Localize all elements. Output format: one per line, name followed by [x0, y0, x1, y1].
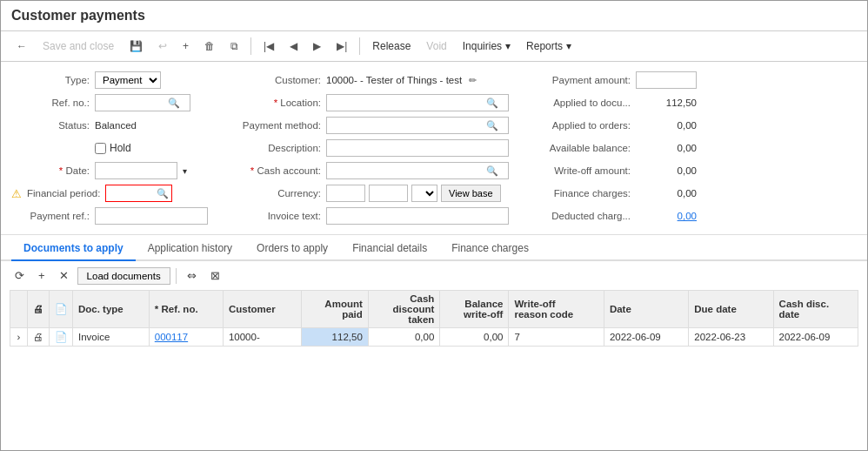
type-label: Type:	[11, 75, 90, 85]
hold-wrapper: Hold	[95, 142, 131, 154]
delete-icon: 🗑	[204, 40, 215, 52]
status-label: Status:	[11, 120, 90, 131]
payment-amount-input[interactable]: 112,50	[636, 71, 697, 89]
reports-button[interactable]: Reports ▾	[519, 37, 578, 56]
cash-account-label: * Cash account:	[225, 165, 321, 176]
date-row: * Date: 2022-05-26 ▾	[11, 161, 208, 180]
form-middle-col: Customer: 10000- - Tester of Things - te…	[225, 71, 509, 226]
tab-history[interactable]: Application history	[136, 237, 244, 261]
fin-period-search-button[interactable]: 🔍	[154, 188, 171, 199]
customer-label: Customer:	[225, 75, 321, 85]
date-input[interactable]: 2022-05-26	[95, 162, 177, 179]
form-left-col: Type: Payment Ref. no.: 400027 🔍 Status:…	[11, 71, 208, 226]
payment-method-search-button[interactable]: 🔍	[484, 120, 501, 131]
applied-orders-value: 0,00	[636, 120, 697, 131]
row-ref-no[interactable]: 000117	[149, 328, 223, 347]
inquiries-chevron-icon: ▾	[505, 40, 511, 52]
row-amount-paid: 112,50	[302, 328, 368, 347]
description-row: Description:	[225, 138, 509, 158]
grid-add-button[interactable]: +	[33, 266, 50, 285]
finance-charges-row: Finance charges: 0,00	[526, 184, 700, 203]
currency-rate-select[interactable]	[411, 185, 437, 202]
tab-finance-charges[interactable]: Finance charges	[439, 237, 541, 261]
applied-orders-label: Applied to orders:	[526, 120, 631, 131]
add-button[interactable]: +	[176, 37, 196, 56]
undo-button[interactable]: ↩	[151, 37, 174, 56]
grid-delete-button[interactable]: ✕	[54, 266, 74, 285]
refno-label: Ref. no.:	[11, 98, 90, 108]
available-balance-label: Available balance:	[526, 143, 631, 153]
form-right-col: Payment amount: 112,50 Applied to docu..…	[526, 71, 700, 226]
prev-button[interactable]: ◀	[283, 37, 304, 56]
type-row: Type: Payment	[11, 71, 208, 90]
next-button[interactable]: ▶	[306, 37, 328, 56]
reports-label: Reports	[526, 40, 563, 52]
undo-icon: ↩	[158, 40, 167, 52]
hold-label: Hold	[110, 142, 131, 154]
fin-period-row: ⚠ Financial period: 06-2022 🔍	[11, 184, 208, 203]
finance-charges-label: Finance charges:	[526, 188, 631, 199]
copy-button[interactable]: ⧉	[224, 37, 245, 56]
row-customer: 10000-	[223, 328, 301, 347]
payment-ref-label: Payment ref.:	[11, 211, 90, 221]
cash-account-search-button[interactable]: 🔍	[484, 165, 501, 177]
customer-edit-icon[interactable]: ✏	[469, 75, 477, 86]
refno-search-button[interactable]: 🔍	[165, 98, 183, 109]
currency-input[interactable]: NOK	[326, 185, 365, 202]
currency-wrapper: NOK 1,00 View base	[326, 185, 501, 202]
status-row: Status: Balanced	[11, 116, 208, 135]
payment-method-row: Payment method: 1 - Innlandsbetalinger 🔍	[225, 116, 509, 135]
tab-orders[interactable]: Orders to apply	[244, 237, 340, 261]
grid-refresh-button[interactable]: ⟳	[10, 266, 30, 285]
col-amount-paid: Amountpaid	[302, 291, 368, 328]
finance-charges-value: 0,00	[636, 188, 697, 199]
col-doc-type: Doc. type	[73, 291, 150, 328]
load-documents-button[interactable]: Load documents	[77, 267, 170, 285]
save-close-button[interactable]: Save and close	[36, 37, 121, 56]
row-due-date: 2022-06-23	[689, 328, 773, 347]
deducted-charg-value: 0,00	[636, 211, 697, 221]
tab-financial[interactable]: Financial details	[340, 237, 439, 261]
payment-method-input[interactable]: 1 - Innlandsbetalinger	[327, 118, 484, 132]
tabs-bar: Documents to apply Application history O…	[1, 237, 867, 261]
page-title: Customer payments	[1, 1, 867, 31]
invoice-text-input[interactable]: Credit & Invoice	[326, 207, 509, 225]
row-date: 2022-06-09	[604, 328, 688, 347]
payment-ref-input[interactable]: put Creditnote	[95, 207, 208, 225]
view-base-button[interactable]: View base	[441, 185, 501, 202]
save-close-label: Save and close	[43, 40, 114, 52]
refno-input[interactable]: 400027	[96, 96, 165, 110]
grid-filter-button[interactable]: ⊠	[205, 266, 225, 285]
grid-toolbar-sep	[176, 268, 177, 284]
col-customer: Customer	[223, 291, 301, 328]
first-button[interactable]: |◀	[257, 37, 281, 56]
type-select[interactable]: Payment	[95, 71, 161, 89]
prev-icon: ◀	[290, 40, 297, 52]
last-button[interactable]: ▶|	[330, 37, 354, 56]
description-input[interactable]	[326, 139, 509, 157]
applied-orders-row: Applied to orders: 0,00	[526, 116, 700, 135]
tab-documents[interactable]: Documents to apply	[11, 237, 136, 261]
date-dropdown-icon[interactable]: ▾	[183, 166, 187, 176]
row-expand-icon[interactable]: ›	[10, 328, 28, 347]
delete-button[interactable]: 🗑	[197, 37, 222, 56]
currency-rate-input[interactable]: 1,00	[369, 185, 408, 202]
cash-account-input[interactable]: 1910 - Bank	[327, 164, 484, 178]
hold-checkbox[interactable]	[95, 143, 106, 154]
fin-period-input[interactable]: 06-2022	[106, 186, 154, 200]
col-due-date: Due date	[689, 291, 773, 328]
location-label: * Location:	[225, 98, 321, 108]
row-doc-icon[interactable]: 📄	[50, 328, 73, 347]
release-button[interactable]: Release	[365, 37, 417, 56]
location-input[interactable]: MAIN - Primary location	[327, 96, 484, 110]
row-print-icon[interactable]: 🖨	[28, 328, 50, 347]
col-writeoff-reason: Write-offreason code	[509, 291, 604, 328]
customer-value: 10000- - Tester of Things - test	[326, 75, 462, 85]
back-button[interactable]: ←	[10, 37, 34, 56]
save-icon-button[interactable]: 💾	[123, 37, 150, 56]
date-label: * Date:	[11, 165, 90, 176]
inquiries-button[interactable]: Inquiries ▾	[456, 37, 517, 56]
location-search-button[interactable]: 🔍	[484, 98, 501, 109]
void-button[interactable]: Void	[419, 37, 453, 56]
grid-fit-button[interactable]: ⇔	[182, 266, 202, 285]
